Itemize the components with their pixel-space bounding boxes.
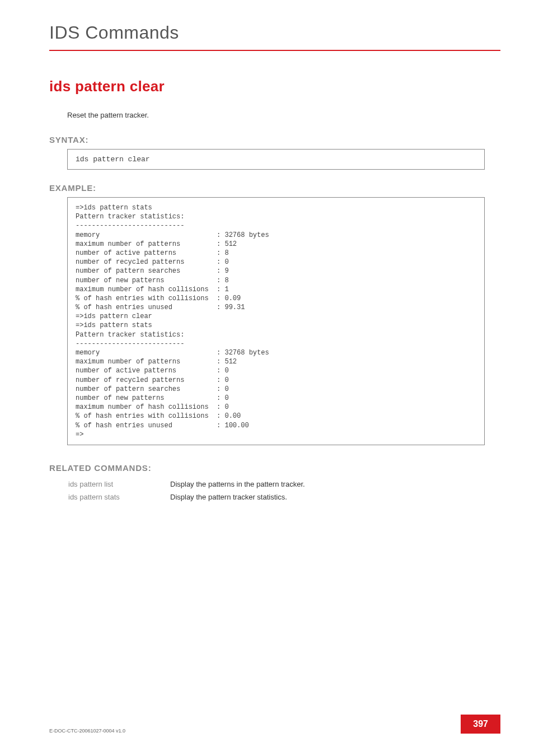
related-command-desc: Display the pattern tracker statistics.	[170, 491, 305, 503]
example-label: EXAMPLE:	[49, 183, 485, 193]
related-command-name: ids pattern list	[68, 478, 169, 490]
page-number-badge: 397	[461, 715, 500, 734]
title-rule	[49, 50, 500, 51]
related-command-desc: Display the patterns in the pattern trac…	[170, 478, 305, 490]
table-row: ids pattern stats Display the pattern tr…	[68, 491, 305, 503]
related-command-name: ids pattern stats	[68, 491, 169, 503]
command-description: Reset the pattern tracker.	[67, 111, 485, 119]
content-area: ids pattern clear Reset the pattern trac…	[0, 78, 534, 504]
syntax-box: ids pattern clear	[67, 149, 485, 170]
related-commands-table: ids pattern list Display the patterns in…	[67, 477, 306, 504]
table-row: ids pattern list Display the patterns in…	[68, 478, 305, 490]
command-heading: ids pattern clear	[49, 78, 485, 95]
example-box: =>ids pattern stats Pattern tracker stat…	[67, 197, 485, 445]
document-id: E-DOC-CTC-20061027-0004 v1.0	[49, 728, 125, 734]
related-commands-label: RELATED COMMANDS:	[49, 463, 485, 473]
page-title: IDS Commands	[0, 0, 534, 50]
page-footer: E-DOC-CTC-20061027-0004 v1.0 397	[49, 715, 500, 734]
syntax-label: SYNTAX:	[49, 135, 485, 144]
